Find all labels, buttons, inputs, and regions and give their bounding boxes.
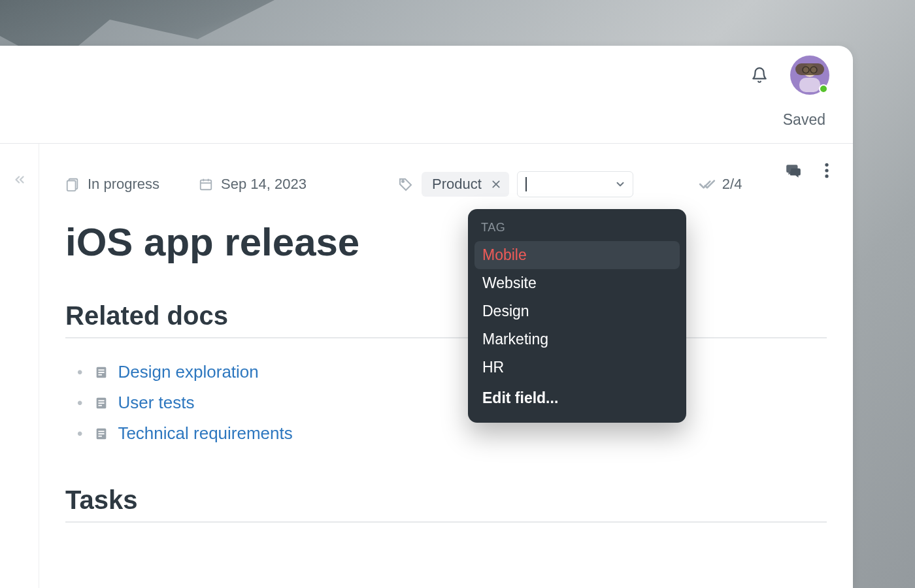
dropdown-option-mobile[interactable]: Mobile (474, 241, 680, 269)
tag-input[interactable] (517, 171, 633, 197)
document-icon (94, 365, 108, 380)
svg-rect-19 (99, 369, 105, 370)
bullet-icon: • (77, 425, 82, 443)
svg-point-15 (402, 180, 404, 182)
tag-field: Product (398, 171, 633, 197)
status-value: In progress (88, 176, 159, 193)
dropdown-option-design[interactable]: Design (474, 297, 680, 325)
svg-point-6 (825, 163, 828, 167)
remove-tag-icon[interactable] (491, 179, 501, 189)
svg-rect-27 (99, 431, 105, 432)
more-menu-icon[interactable] (824, 162, 829, 179)
doc-link[interactable]: Design exploration (118, 362, 258, 382)
dropdown-edit-field[interactable]: Edit field... (474, 384, 680, 412)
doc-link[interactable]: Technical requirements (118, 423, 292, 444)
tag-dropdown: TAG Mobile Website Design Marketing HR E… (468, 209, 686, 423)
dropdown-option-hr[interactable]: HR (474, 353, 680, 382)
comments-icon[interactable] (785, 162, 802, 179)
bullet-icon: • (77, 394, 82, 412)
svg-rect-28 (99, 433, 105, 434)
saved-status: Saved (783, 111, 825, 129)
svg-rect-11 (201, 180, 212, 190)
svg-point-7 (825, 169, 828, 172)
checklist-icon (699, 176, 716, 193)
svg-point-8 (825, 174, 828, 178)
status-icon (65, 177, 80, 191)
bullet-icon: • (77, 363, 82, 382)
svg-rect-20 (99, 372, 105, 373)
page-title[interactable]: iOS app release (65, 220, 827, 265)
calendar-icon (199, 177, 213, 191)
related-docs-list: • Design exploration • User tests • (65, 357, 827, 449)
date-field[interactable]: Sep 14, 2023 (199, 176, 307, 193)
text-caret (525, 177, 527, 191)
bell-icon[interactable] (751, 67, 768, 84)
tag-chip-product[interactable]: Product (422, 172, 509, 197)
save-status-row: Saved (0, 105, 853, 143)
chevron-down-icon[interactable] (614, 178, 626, 190)
tag-icon (398, 176, 414, 192)
section-heading-related-docs: Related docs (65, 301, 827, 338)
page-body: In progress Sep 14, 2023 (39, 144, 853, 588)
status-field[interactable]: In progress (65, 176, 159, 193)
document-icon (94, 427, 108, 441)
svg-rect-10 (67, 181, 76, 191)
progress-field[interactable]: 2/4 (699, 176, 742, 193)
tag-chip-label: Product (432, 176, 482, 193)
collapse-sidebar-icon[interactable] (12, 172, 27, 187)
dropdown-label: TAG (474, 221, 680, 241)
doc-link[interactable]: User tests (118, 393, 194, 413)
presence-indicator (819, 84, 828, 93)
list-item: • User tests (65, 387, 827, 418)
svg-rect-29 (99, 435, 103, 436)
list-item: • Design exploration (65, 357, 827, 387)
date-value: Sep 14, 2023 (221, 176, 307, 193)
list-item: • Technical requirements (65, 418, 827, 449)
dropdown-option-website[interactable]: Website (474, 269, 680, 297)
svg-rect-24 (99, 402, 105, 404)
svg-rect-21 (99, 374, 103, 375)
document-panel: Saved (0, 46, 853, 588)
left-gutter (0, 144, 39, 588)
svg-rect-23 (99, 400, 105, 401)
section-heading-tasks: Tasks (65, 485, 827, 523)
svg-rect-25 (99, 404, 103, 406)
dropdown-option-marketing[interactable]: Marketing (474, 325, 680, 353)
progress-value: 2/4 (722, 176, 742, 193)
svg-rect-3 (795, 63, 824, 75)
top-bar (0, 46, 853, 105)
document-icon (94, 396, 108, 410)
svg-rect-2 (799, 78, 820, 92)
meta-row: In progress Sep 14, 2023 (65, 162, 827, 197)
avatar[interactable] (790, 56, 829, 95)
